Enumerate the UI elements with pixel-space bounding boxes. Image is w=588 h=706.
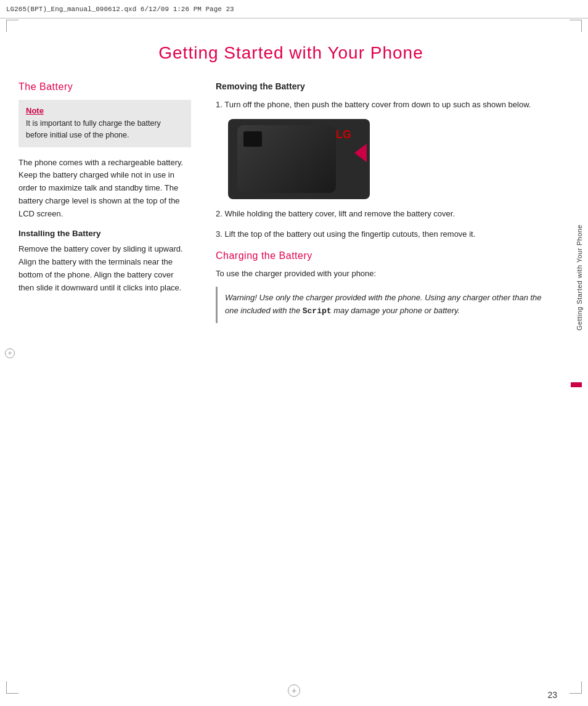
phone-arrow [354,144,367,162]
corner-mark-br [570,681,582,694]
step-2-text: While holding the battery cover, lift an… [224,209,455,218]
the-battery-heading: The Battery [18,81,191,92]
sidebar-tab-text: Getting Started with Your Phone [576,224,583,330]
phone-speaker [243,131,262,147]
note-label: Note [26,106,184,115]
step-3-text: Lift the top of the battery out using th… [224,229,475,239]
installing-text: Remove the battery cover by sliding it u… [18,243,191,294]
step-1-num: 1. [216,100,224,109]
step-2-num: 2. [216,209,224,218]
charging-heading: Charging the Battery [216,250,563,261]
corner-mark-tl [6,20,18,32]
sidebar-tab: Getting Started with Your Phone [571,185,588,370]
note-box: Note It is important to fully charge the… [18,100,191,147]
warning-text-after: may damage your phone or battery. [332,306,460,315]
page-title: Getting Started with Your Phone [18,43,563,63]
two-column-layout: The Battery Note It is important to full… [18,81,563,323]
installing-heading: Installing the Battery [18,229,191,238]
page-number: 23 [547,690,557,700]
page-content: Getting Started with Your Phone The Batt… [18,18,563,688]
battery-intro-text: The phone comes with a rechargeable batt… [18,157,191,221]
note-text: It is important to fully charge the batt… [26,118,184,141]
phone-logo-text: LG [336,128,351,141]
bottom-center-mark [288,684,300,697]
sidebar-tab-bar [571,382,582,387]
removing-heading: Removing the Battery [216,81,563,91]
removing-steps-list-2: 2. While holding the battery cover, lift… [216,208,563,241]
step-3: 3. Lift the top of the battery out using… [216,228,563,241]
warning-bold-text: Script [303,306,332,316]
header-bar: LG265(BPT)_Eng_manual_090612.qxd 6/12/09… [0,0,588,18]
corner-mark-tr [570,20,582,32]
charging-intro: To use the charger provided with your ph… [216,268,563,281]
step-1-text: Turn off the phone, then push the batter… [224,100,531,109]
phone-image-inner: LG [228,119,370,199]
header-text: LG265(BPT)_Eng_manual_090612.qxd 6/12/09… [6,6,234,13]
warning-box: Warning! Use only the charger provided w… [216,287,563,323]
corner-mark-bl [6,681,18,694]
removing-steps-list: 1. Turn off the phone, then push the bat… [216,99,563,112]
step-3-num: 3. [216,229,224,239]
left-side-mark [5,348,15,358]
left-column: The Battery Note It is important to full… [18,81,191,323]
phone-image: LG [228,119,370,199]
step-1: 1. Turn off the phone, then push the bat… [216,99,563,112]
right-column: Removing the Battery 1. Turn off the pho… [216,81,563,323]
step-2: 2. While holding the battery cover, lift… [216,208,563,221]
